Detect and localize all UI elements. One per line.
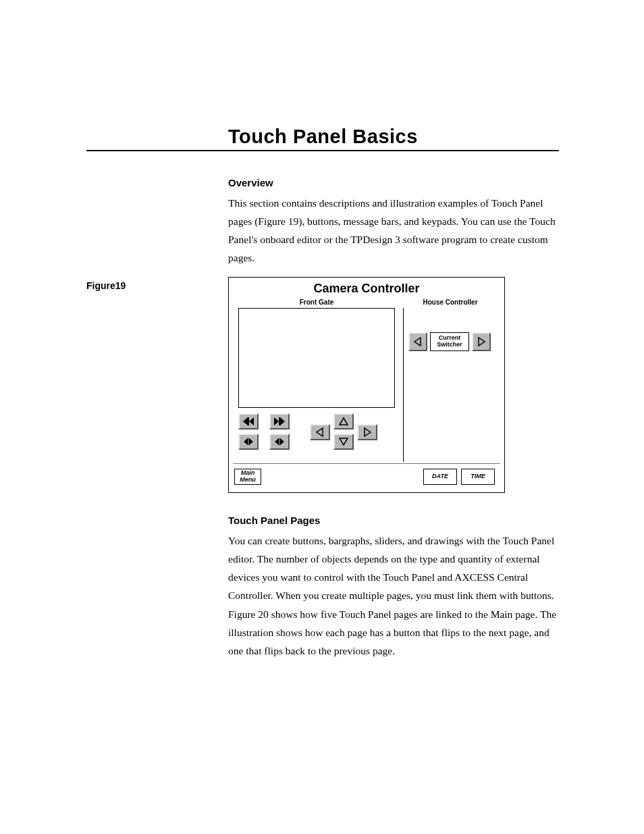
svg-marker-0 [414,338,421,346]
svg-marker-13 [317,428,323,436]
diamond-icon [243,437,254,446]
svg-marker-14 [340,438,348,445]
svg-rect-6 [279,417,280,425]
pages-paragraph: You can create buttons, bargraphs, slide… [228,531,559,660]
triangle-left-icon [413,337,423,346]
svg-marker-5 [274,417,279,425]
date-field: DATE [423,469,457,485]
overview-paragraph: This section contains descriptions and i… [228,194,559,267]
heading-touch-panel-pages: Touch Panel Pages [228,515,559,526]
page-title: Touch Panel Basics [228,126,559,148]
svg-marker-1 [479,338,485,346]
figure-camera-controller: Camera Controller Front Gate House Contr… [228,277,505,493]
arrow-down-button[interactable] [333,434,354,450]
panel-front-gate [238,308,395,408]
diamond-icon [274,437,285,446]
arrow-left-button[interactable] [310,424,330,440]
svg-marker-15 [365,428,371,436]
time-field: TIME [461,469,495,485]
label-front-gate: Front Gate [238,298,395,306]
label-house-controller: House Controller [403,298,498,306]
arrow-right-button[interactable] [357,424,377,440]
triangle-up-icon [338,417,349,426]
arrow-up-button[interactable] [333,413,354,429]
triangle-right-icon [363,427,372,437]
label-current-switcher: Current Switcher [430,332,469,351]
title-rule [86,150,559,151]
switcher-next-button[interactable] [472,332,491,351]
panel-house-controller [403,308,498,462]
svg-marker-4 [249,417,254,425]
switcher-prev-button[interactable] [408,332,427,351]
svg-rect-3 [248,417,249,425]
svg-marker-7 [280,417,285,425]
triangle-down-icon [338,437,349,446]
skip-back-button-1[interactable] [238,413,259,429]
triangle-right-icon [477,337,486,346]
diamond-button-1[interactable] [238,434,259,450]
heading-overview: Overview [228,177,559,188]
svg-marker-8 [340,418,348,425]
main-menu-button[interactable]: Main Menu [234,469,261,485]
skip-back-icon [242,417,254,426]
triangle-left-icon [315,427,325,437]
skip-fwd-button-1[interactable] [269,413,290,429]
svg-marker-2 [243,417,248,425]
skip-fwd-icon [273,417,286,426]
status-bar-separator [233,463,500,465]
figure-caption: Figure19 [86,280,126,291]
figure-title: Camera Controller [229,278,504,297]
diamond-button-2[interactable] [269,434,290,450]
